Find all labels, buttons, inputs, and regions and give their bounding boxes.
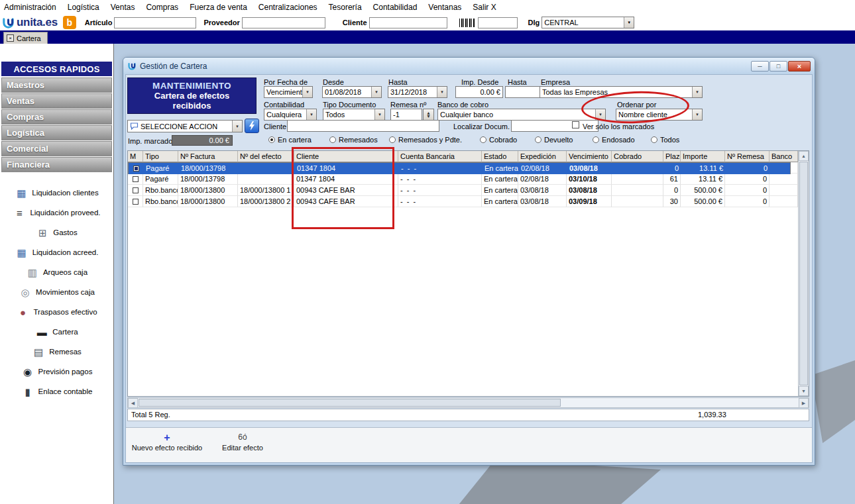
- por-fecha-select[interactable]: Vencimiento▼: [264, 86, 313, 98]
- ver-solo-checkbox[interactable]: [572, 121, 579, 128]
- mark-cell[interactable]: [129, 163, 144, 174]
- column-header[interactable]: Nº Remesa: [725, 151, 770, 162]
- status-radio[interactable]: Todos: [651, 136, 679, 144]
- column-header[interactable]: M: [128, 151, 143, 162]
- sidebar-item[interactable]: ▬ Cartera: [0, 322, 113, 342]
- column-header[interactable]: Nº Factura: [178, 151, 238, 162]
- chevron-down-icon[interactable]: ▼: [374, 109, 384, 120]
- scrollbar-thumb[interactable]: [139, 399, 561, 407]
- chevron-down-icon[interactable]: ▼: [624, 17, 634, 28]
- menu-item[interactable]: Fuerza de venta: [190, 3, 247, 12]
- sidebar-item[interactable]: ▦ Liquidacion clientes: [0, 183, 113, 203]
- mark-cell[interactable]: [128, 196, 143, 207]
- table-row[interactable]: Pagaré18/000/1379801347 1804- - -En cart…: [128, 162, 791, 174]
- chevron-down-icon[interactable]: ▼: [306, 109, 316, 120]
- menu-item[interactable]: Compras: [146, 3, 178, 12]
- sidebar-group-button[interactable]: Compras: [1, 109, 112, 125]
- barcode-icon[interactable]: [459, 19, 475, 27]
- sidebar-item[interactable]: ▤ Remesas: [0, 342, 113, 362]
- menu-item[interactable]: Contabilidad: [373, 3, 418, 12]
- vertical-scrollbar[interactable]: ▲ ▼: [798, 151, 809, 396]
- column-header[interactable]: Plazo: [663, 151, 681, 162]
- status-radio[interactable]: Cobrado: [480, 136, 517, 144]
- tipo-documento-select[interactable]: Todos▼: [323, 109, 385, 121]
- sidebar-item[interactable]: ⊞ Gastos: [0, 223, 113, 242]
- accion-select[interactable]: SELECCIONE ACCION▼: [127, 120, 243, 132]
- column-header[interactable]: Importe: [681, 151, 725, 162]
- column-header[interactable]: Cobrado: [612, 151, 663, 162]
- row-checkbox[interactable]: [133, 166, 139, 172]
- imp-desde-input[interactable]: [455, 86, 503, 98]
- maximize-button[interactable]: □: [770, 61, 787, 72]
- ordenar-por-select[interactable]: Nombre cliente▼: [616, 109, 703, 121]
- column-header[interactable]: Estado: [482, 151, 518, 162]
- proveedor-input[interactable]: [242, 17, 325, 28]
- sidebar-group-button[interactable]: Logística: [1, 125, 112, 140]
- sidebar-item[interactable]: ▦ Liquidacion acreed.: [0, 242, 113, 262]
- articulo-input[interactable]: [114, 17, 196, 28]
- scroll-down-icon[interactable]: ▼: [799, 386, 809, 396]
- scroll-right-icon[interactable]: ▶: [799, 398, 809, 408]
- new-effect-button[interactable]: + Nuevo efecto recibido: [127, 432, 207, 452]
- sidebar-item[interactable]: ● Traspasos efectivo: [0, 302, 113, 322]
- sidebar-group-button[interactable]: Maestros: [1, 77, 112, 93]
- execute-action-button[interactable]: [245, 119, 259, 133]
- cliente-filter-input[interactable]: [287, 120, 439, 132]
- edit-effect-button[interactable]: 6ó Editar efecto: [212, 432, 273, 452]
- sidebar-item[interactable]: ≡ Liquidación proveed.: [0, 203, 113, 223]
- chevron-down-icon[interactable]: ▼: [595, 109, 605, 120]
- contabilidad-select[interactable]: Cualquiera▼: [264, 109, 317, 121]
- column-header[interactable]: Cuenta Bancaria: [398, 151, 482, 162]
- menu-item[interactable]: Salir X: [473, 3, 496, 12]
- scroll-up-icon[interactable]: ▲: [799, 151, 809, 161]
- sidebar-item[interactable]: ◎ Movimientos caja: [0, 282, 113, 302]
- blogger-icon[interactable]: b: [63, 16, 76, 29]
- hasta-date-select[interactable]: 31/12/2018▼: [388, 86, 447, 98]
- sidebar-item[interactable]: ◉ Previsión pagos: [0, 362, 113, 381]
- chevron-down-icon[interactable]: ▼: [437, 87, 447, 97]
- menu-item[interactable]: Administración: [4, 3, 56, 12]
- sidebar-group-button[interactable]: Financiera: [1, 157, 112, 172]
- remesa-spin-button[interactable]: ▲▼: [423, 109, 434, 121]
- empresa-select[interactable]: Todas las Empresas▼: [540, 86, 703, 98]
- menu-item[interactable]: Ventanas: [428, 3, 461, 12]
- column-header[interactable]: Nº del efecto: [238, 151, 294, 162]
- menu-item[interactable]: Centralizaciones: [258, 3, 317, 12]
- menu-item[interactable]: Logística: [68, 3, 99, 12]
- desde-date-select[interactable]: 01/08/2018▼: [322, 86, 382, 98]
- status-radio[interactable]: Endosado: [593, 136, 635, 144]
- status-radio-selected[interactable]: En cartera: [268, 136, 312, 144]
- chevron-down-icon[interactable]: ▼: [232, 121, 242, 132]
- column-header[interactable]: Expedición: [518, 151, 567, 162]
- mark-cell[interactable]: [128, 174, 143, 185]
- row-checkbox[interactable]: [133, 176, 139, 182]
- row-checkbox[interactable]: [133, 187, 139, 193]
- close-button[interactable]: ×: [788, 61, 811, 72]
- sidebar-item[interactable]: ▥ Arqueos caja: [0, 262, 113, 282]
- remesa-input[interactable]: [390, 109, 422, 121]
- column-header[interactable]: Vencimiento: [567, 151, 612, 162]
- status-radio[interactable]: Remesados: [329, 136, 378, 144]
- row-checkbox[interactable]: [133, 199, 139, 205]
- status-radio[interactable]: Devuelto: [535, 136, 573, 144]
- chevron-down-icon[interactable]: ▼: [302, 87, 312, 97]
- mark-cell[interactable]: [128, 185, 143, 196]
- banco-cobro-select[interactable]: Cualquier banco▼: [437, 109, 606, 121]
- column-header[interactable]: Tipo: [143, 151, 178, 162]
- table-row[interactable]: Pagaré18/000/1379801347 1804- - -En cart…: [128, 174, 798, 185]
- tab-cartera[interactable]: × Cartera: [3, 32, 48, 44]
- scrollbar-thumb[interactable]: [799, 162, 808, 385]
- sidebar-group-button[interactable]: Comercial: [1, 141, 112, 156]
- table-row[interactable]: Rbo.banco18/000/1380018/000/13800 200943…: [128, 196, 798, 207]
- minimize-button[interactable]: ─: [751, 61, 769, 72]
- menu-item[interactable]: Tesorería: [329, 3, 362, 12]
- column-header[interactable]: Cliente: [294, 151, 398, 162]
- chevron-down-icon[interactable]: ▼: [692, 109, 702, 120]
- menu-item[interactable]: Ventas: [111, 3, 135, 12]
- status-radio[interactable]: Remesados y Pdte.: [389, 136, 462, 144]
- cliente-input[interactable]: [369, 17, 447, 28]
- column-header[interactable]: Banco: [770, 151, 798, 162]
- horizontal-scrollbar[interactable]: ◀ ▶: [127, 397, 809, 408]
- chevron-down-icon[interactable]: ▼: [692, 87, 702, 97]
- chevron-down-icon[interactable]: ▼: [371, 87, 381, 97]
